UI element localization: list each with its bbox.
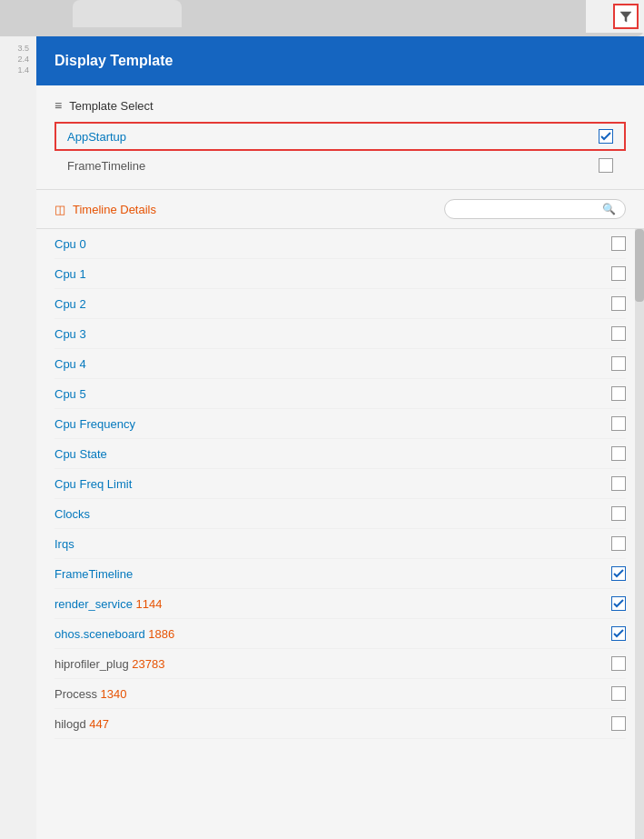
list-item-checkbox-12[interactable]: [611, 596, 626, 611]
list-item-checkbox-7[interactable]: [611, 446, 626, 461]
left-label-1: 3.5: [4, 44, 33, 53]
list-item-label-15: Process 1340: [54, 687, 127, 701]
timeline-label: Timeline Details: [73, 203, 156, 216]
list-item-label-13: ohos.sceneboard 1886: [54, 627, 174, 641]
template-item-0[interactable]: AppStartup: [54, 122, 626, 151]
main-panel: Display Template ≡ Template Select AppSt…: [36, 36, 644, 839]
list-item-7[interactable]: Cpu State: [54, 439, 626, 469]
list-item-16[interactable]: hilogd 447: [54, 709, 626, 739]
list-item-label-3: Cpu 3: [54, 327, 86, 341]
list-item-label-8: Cpu Freq Limit: [54, 477, 132, 491]
search-icon: 🔍: [602, 203, 616, 215]
left-label-2: 2.4: [4, 55, 33, 64]
list-item-label-9: Clocks: [54, 507, 90, 521]
list-item-label-5: Cpu 5: [54, 387, 86, 401]
list-item-checkbox-9[interactable]: [611, 506, 626, 521]
template-list: AppStartupFrameTimeline: [54, 122, 626, 180]
list-item-label-7: Cpu State: [54, 447, 107, 461]
list-item-label-2: Cpu 2: [54, 297, 86, 311]
list-item-9[interactable]: Clocks: [54, 499, 626, 529]
timeline-icon: ◫: [54, 203, 65, 216]
list-item-label-0: Cpu 0: [54, 237, 86, 251]
list-item-label-6: Cpu Frequency: [54, 417, 135, 431]
search-input[interactable]: [454, 203, 597, 215]
list-item-2[interactable]: Cpu 2: [54, 289, 626, 319]
list-item-pid-12: 1144: [136, 597, 163, 611]
list-item-checkbox-8[interactable]: [611, 476, 626, 491]
svg-marker-0: [620, 12, 631, 22]
list-item-13[interactable]: ohos.sceneboard 1886: [54, 619, 626, 649]
list-item-checkbox-2[interactable]: [611, 296, 626, 311]
list-item-pid-13: 1886: [148, 627, 174, 641]
list-item-checkbox-6[interactable]: [611, 416, 626, 431]
list-item-checkbox-4[interactable]: [611, 356, 626, 371]
list-item-label-14: hiprofiler_plug 23783: [54, 657, 164, 671]
template-icon: ≡: [54, 98, 62, 113]
list-item-1[interactable]: Cpu 1: [54, 259, 626, 289]
template-item-label-1: FrameTimeline: [67, 159, 145, 173]
list-item-label-10: Irqs: [54, 537, 74, 551]
panel-header: Display Template: [36, 36, 644, 85]
topbar: [586, 0, 644, 33]
scrollbar-track[interactable]: [635, 229, 644, 839]
list-item-8[interactable]: Cpu Freq Limit: [54, 469, 626, 499]
list-item-checkbox-14[interactable]: [611, 656, 626, 671]
timeline-section: ◫ Timeline Details 🔍 Cpu 0Cpu 1Cpu 2Cpu …: [36, 190, 644, 839]
list-item-15[interactable]: Process 1340: [54, 679, 626, 709]
scrollbar-thumb[interactable]: [635, 229, 644, 302]
template-checkbox-1[interactable]: [599, 158, 613, 173]
left-decorations: 3.5 2.4 1.4: [0, 36, 36, 839]
timeline-title: ◫ Timeline Details: [54, 203, 156, 216]
top-decoration: [0, 0, 644, 36]
list-item-12[interactable]: render_service 1144: [54, 589, 626, 619]
list-item-checkbox-10[interactable]: [611, 536, 626, 551]
list-item-checkbox-16[interactable]: [611, 716, 626, 731]
template-checkbox-0[interactable]: [599, 129, 613, 144]
filter-icon: [619, 10, 632, 23]
items-list: Cpu 0Cpu 1Cpu 2Cpu 3Cpu 4Cpu 5Cpu Freque…: [36, 229, 644, 839]
list-item-5[interactable]: Cpu 5: [54, 379, 626, 409]
close-button[interactable]: [591, 7, 609, 25]
list-item-checkbox-15[interactable]: [611, 686, 626, 701]
template-item-1[interactable]: FrameTimeline: [54, 151, 626, 180]
list-item-label-11: FrameTimeline: [54, 567, 133, 581]
panel-title: Display Template: [54, 53, 173, 68]
list-item-3[interactable]: Cpu 3: [54, 319, 626, 349]
list-item-label-4: Cpu 4: [54, 357, 86, 371]
list-item-11[interactable]: FrameTimeline: [54, 559, 626, 589]
template-item-label-0: AppStartup: [67, 130, 126, 144]
timeline-header: ◫ Timeline Details 🔍: [36, 190, 644, 229]
list-item-pid-15: 1340: [101, 687, 127, 701]
list-item-checkbox-11[interactable]: [611, 566, 626, 581]
template-select-section: ≡ Template Select AppStartupFrameTimelin…: [36, 85, 644, 190]
list-item-checkbox-3[interactable]: [611, 326, 626, 341]
list-item-label-16: hilogd 447: [54, 717, 109, 731]
list-item-6[interactable]: Cpu Frequency: [54, 409, 626, 439]
top-tab: [73, 0, 182, 27]
list-item-pid-14: 23783: [132, 657, 164, 671]
template-select-label: Template Select: [69, 99, 154, 113]
list-item-0[interactable]: Cpu 0: [54, 229, 626, 259]
list-item-pid-16: 447: [89, 717, 109, 731]
list-item-checkbox-0[interactable]: [611, 236, 626, 251]
list-item-14[interactable]: hiprofiler_plug 23783: [54, 649, 626, 679]
list-item-10[interactable]: Irqs: [54, 529, 626, 559]
list-item-label-12: render_service 1144: [54, 597, 163, 611]
list-item-checkbox-13[interactable]: [611, 626, 626, 641]
list-item-checkbox-5[interactable]: [611, 386, 626, 401]
search-box[interactable]: 🔍: [444, 199, 626, 219]
left-label-3: 1.4: [4, 65, 33, 75]
list-item-4[interactable]: Cpu 4: [54, 349, 626, 379]
filter-button[interactable]: [613, 4, 639, 29]
template-select-title: ≡ Template Select: [54, 95, 626, 116]
list-item-checkbox-1[interactable]: [611, 266, 626, 281]
list-item-label-1: Cpu 1: [54, 267, 86, 281]
